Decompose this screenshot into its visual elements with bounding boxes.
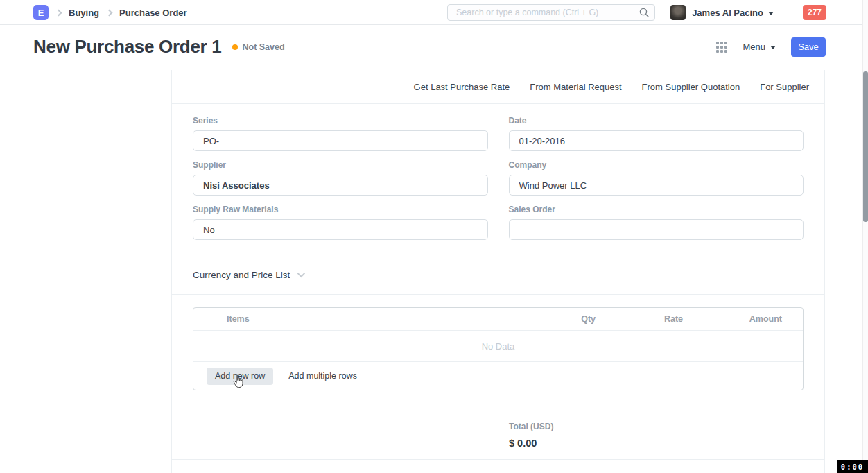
totals-section: Total (USD) $ 0.00 <box>172 406 824 460</box>
chevron-right-icon <box>55 9 62 16</box>
add-multiple-rows-button[interactable]: Add multiple rows <box>288 371 357 381</box>
field-label: Date <box>509 116 804 126</box>
field-series: Series <box>193 116 488 151</box>
column-qty: Qty <box>512 314 596 324</box>
user-dropdown[interactable]: James Al Pacino <box>692 8 774 18</box>
navbar-user-area: James Al Pacino 277 <box>670 0 826 25</box>
field-supplier: Supplier <box>193 160 488 196</box>
column-rate: Rate <box>596 314 683 324</box>
apps-grid-icon[interactable] <box>716 42 727 53</box>
series-input[interactable] <box>193 130 488 151</box>
not-saved-dot-icon <box>232 44 238 50</box>
field-label: Supplier <box>193 160 488 170</box>
sales-order-input[interactable] <box>509 219 804 240</box>
chevron-right-icon <box>106 9 113 16</box>
app-logo[interactable]: E <box>33 5 49 20</box>
field-date: Date <box>509 116 804 151</box>
section-title: Currency and Price List <box>193 270 290 280</box>
add-new-row-button[interactable]: Add new row <box>207 368 273 385</box>
form-body: Get Last Purchase Rate From Material Req… <box>171 70 825 473</box>
items-grid-footer: Add new row Add multiple rows <box>193 362 803 390</box>
caret-down-icon <box>770 46 776 49</box>
search-icon <box>639 7 650 18</box>
chevron-down-icon <box>297 270 305 277</box>
field-label: Sales Order <box>509 205 804 214</box>
breadcrumb: E Buying Purchase Order <box>33 0 187 25</box>
scrollbar-thumb[interactable] <box>863 71 868 222</box>
page-header: New Purchase Order 1 Not Saved Menu Save <box>0 25 868 69</box>
column-items: Items <box>193 314 512 324</box>
field-supply-raw-materials: Supply Raw Materials <box>193 205 488 240</box>
field-label: Company <box>509 160 804 170</box>
total-label: Total (USD) <box>509 422 804 431</box>
global-search <box>447 4 655 21</box>
menu-button[interactable]: Menu <box>743 42 776 52</box>
date-input[interactable] <box>509 130 804 151</box>
link-for-supplier[interactable]: For Supplier <box>760 82 809 92</box>
field-sales-order: Sales Order <box>509 205 804 240</box>
search-input[interactable] <box>447 4 655 21</box>
breadcrumb-purchase-order[interactable]: Purchase Order <box>119 8 187 18</box>
field-label: Supply Raw Materials <box>193 205 488 214</box>
link-get-last-purchase-rate[interactable]: Get Last Purchase Rate <box>414 82 510 92</box>
field-label: Series <box>193 116 488 126</box>
link-from-material-request[interactable]: From Material Request <box>530 82 621 92</box>
no-data-row: No Data <box>193 331 803 362</box>
caret-down-icon <box>768 12 774 15</box>
page-scrollbar <box>862 0 868 473</box>
form-fields-section: Series Date Supplier Company Supply Raw … <box>172 104 824 255</box>
items-section: Items Qty Rate Amount No Data Add new ro… <box>172 295 824 406</box>
title-wrap: New Purchase Order 1 Not Saved <box>33 36 285 58</box>
supply-raw-materials-input[interactable] <box>193 219 488 240</box>
items-grid-header: Items Qty Rate Amount <box>193 308 803 331</box>
save-button[interactable]: Save <box>791 37 826 57</box>
currency-price-list-section-toggle[interactable]: Currency and Price List <box>172 255 824 295</box>
column-amount: Amount <box>683 314 782 324</box>
status-badge: Not Saved <box>242 42 284 52</box>
navbar: E Buying Purchase Order James Al Pacino … <box>0 0 868 25</box>
page-title: New Purchase Order 1 <box>33 36 221 58</box>
notification-badge[interactable]: 277 <box>803 5 826 20</box>
user-avatar[interactable] <box>670 5 686 20</box>
total-value: $ 0.00 <box>509 438 804 449</box>
supplier-input[interactable] <box>193 175 488 196</box>
field-company: Company <box>509 160 804 196</box>
header-actions: Menu Save <box>716 37 826 57</box>
recording-timer: 0:00 <box>837 460 868 473</box>
form-action-links: Get Last Purchase Rate From Material Req… <box>172 70 824 104</box>
company-input[interactable] <box>509 175 804 196</box>
breadcrumb-buying[interactable]: Buying <box>69 8 99 18</box>
link-from-supplier-quotation[interactable]: From Supplier Quotation <box>642 82 740 92</box>
screen: E Buying Purchase Order James Al Pacino … <box>0 0 868 473</box>
items-grid: Items Qty Rate Amount No Data Add new ro… <box>193 307 804 390</box>
